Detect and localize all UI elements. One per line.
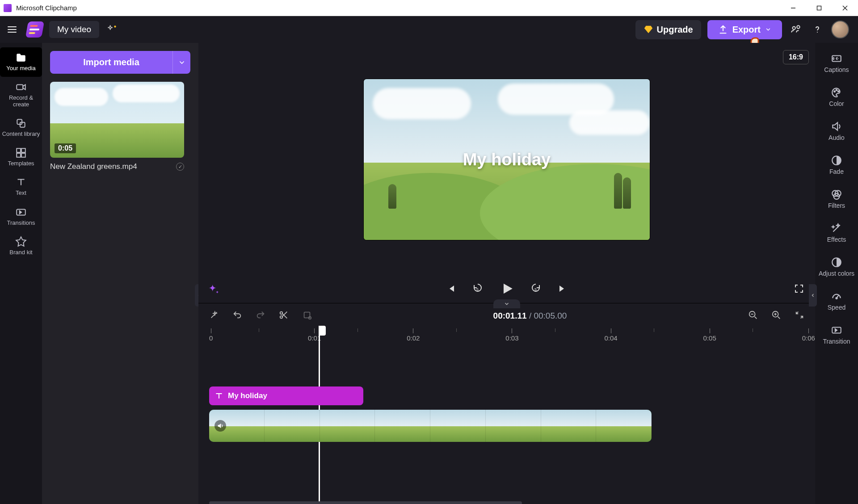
text-clip-label: My holiday	[228, 391, 267, 400]
fade-icon	[831, 155, 842, 166]
rail-label: Filters	[828, 202, 845, 209]
nav-label: Brand kit	[9, 249, 32, 256]
window-minimize-button[interactable]	[780, 0, 806, 16]
ruler-tick: 0:02	[407, 334, 420, 342]
copilot-icon[interactable]	[105, 23, 119, 36]
filters-icon	[831, 189, 842, 200]
video-track-clip[interactable]	[209, 410, 652, 442]
clip-volume-icon[interactable]	[214, 420, 226, 432]
skip-start-button[interactable]	[446, 283, 456, 296]
window-close-button[interactable]	[832, 0, 858, 16]
nav-templates[interactable]: Templates	[0, 143, 42, 172]
video-preview[interactable]: My holiday	[364, 79, 650, 240]
import-media-label: Import media	[50, 51, 172, 74]
crop-button[interactable]	[302, 310, 312, 322]
rail-filters[interactable]: Filters	[815, 183, 858, 214]
menu-button[interactable]	[4, 21, 21, 38]
import-media-button[interactable]: Import media	[50, 51, 190, 74]
ruler-tick: 0:06	[802, 334, 815, 342]
help-icon[interactable]	[810, 22, 825, 37]
project-name[interactable]: My video	[49, 21, 99, 38]
import-media-dropdown[interactable]	[172, 51, 190, 74]
nav-record-create[interactable]: Record & create	[0, 77, 42, 113]
nav-transitions[interactable]: Transitions	[0, 202, 42, 231]
nav-brand-kit[interactable]: Brand kit	[0, 231, 42, 261]
nav-text[interactable]: Text	[0, 172, 42, 202]
ruler-tick: 0:03	[505, 334, 518, 342]
rail-audio[interactable]: Audio	[815, 115, 858, 147]
nav-your-media[interactable]: Your media	[0, 47, 42, 77]
zoom-in-button[interactable]	[771, 310, 781, 322]
export-button[interactable]: Export	[707, 20, 782, 39]
rail-label: Transition	[823, 338, 850, 345]
fullscreen-button[interactable]	[794, 283, 804, 296]
text-icon	[15, 176, 27, 188]
svg-text:5: 5	[476, 287, 479, 292]
svg-point-5	[792, 27, 795, 30]
forward-5-button[interactable]: 5	[530, 283, 541, 296]
rail-effects[interactable]: Effects	[815, 217, 858, 248]
timeline-ruler[interactable]: 0 0:01 0:02 0:03 0:04 0:05 0:06	[209, 328, 804, 342]
chevron-left-icon	[810, 293, 816, 298]
window-maximize-button[interactable]	[806, 0, 832, 16]
rail-label: Captions	[824, 66, 849, 73]
rail-adjust-colors[interactable]: Adjust colors	[815, 251, 858, 282]
rail-captions[interactable]: Captions	[815, 47, 858, 79]
palette-icon	[831, 87, 842, 98]
rail-label: Audio	[829, 134, 845, 141]
upgrade-button[interactable]: Upgrade	[635, 20, 701, 39]
redo-button[interactable]	[256, 310, 265, 322]
timeline-tracks[interactable]: My holiday	[209, 346, 804, 504]
auto-enhance-button[interactable]	[209, 310, 219, 322]
rail-label: Speed	[828, 304, 845, 311]
svg-point-25	[834, 91, 835, 92]
diamond-icon	[644, 25, 653, 34]
playhead[interactable]	[319, 326, 320, 336]
avatar[interactable]	[831, 21, 849, 38]
timeline-scrollbar[interactable]	[209, 501, 522, 504]
undo-button[interactable]	[232, 310, 242, 322]
svg-text:5: 5	[534, 287, 537, 292]
svg-rect-1	[817, 6, 821, 10]
export-label: Export	[732, 25, 761, 35]
rail-fade[interactable]: Fade	[815, 149, 858, 181]
speedometer-icon	[831, 290, 842, 302]
rewind-5-button[interactable]: 5	[472, 283, 483, 296]
nav-content-library[interactable]: Content library	[0, 113, 42, 143]
aspect-ratio-button[interactable]: 16:9	[783, 50, 809, 64]
nav-label: Templates	[8, 160, 34, 167]
chevron-down-icon	[765, 26, 771, 33]
folder-icon	[15, 52, 27, 63]
rail-transition[interactable]: Transition	[815, 319, 858, 350]
ruler-tick: 0:05	[703, 334, 716, 342]
preview-text-overlay: My holiday	[364, 79, 650, 240]
ruler-tick: 0	[209, 334, 213, 342]
rail-label: Adjust colors	[819, 270, 854, 277]
split-button[interactable]	[279, 310, 289, 322]
skip-end-button[interactable]	[557, 283, 568, 296]
rail-color[interactable]: Color	[815, 81, 858, 113]
media-panel: Import media 0:05 New Zealand greens.mp4…	[42, 43, 198, 504]
upload-icon	[718, 25, 728, 34]
zoom-out-button[interactable]	[748, 310, 758, 322]
play-button[interactable]	[499, 281, 514, 298]
collapse-timeline-button[interactable]	[493, 299, 520, 308]
svg-point-33	[836, 298, 837, 299]
library-icon	[15, 118, 27, 129]
rail-speed[interactable]: Speed	[815, 285, 858, 316]
media-item[interactable]: 0:05 New Zealand greens.mp4 ✓	[50, 82, 184, 171]
nav-label: Your media	[6, 65, 35, 71]
svg-rect-14	[21, 153, 25, 157]
svg-point-6	[797, 25, 800, 29]
collapse-rail-button[interactable]	[809, 284, 817, 307]
svg-point-4	[114, 25, 116, 27]
fit-timeline-button[interactable]	[795, 310, 804, 322]
text-track-clip[interactable]: My holiday	[209, 386, 363, 405]
wand-icon	[831, 223, 842, 234]
timecode-current: 00:01.11	[493, 311, 527, 320]
app-bar: My video Upgrade Export	[0, 16, 858, 43]
brandkit-icon	[15, 236, 27, 248]
ai-sparkle-icon[interactable]	[207, 283, 220, 296]
share-icon[interactable]	[788, 22, 803, 37]
svg-rect-13	[17, 153, 21, 157]
